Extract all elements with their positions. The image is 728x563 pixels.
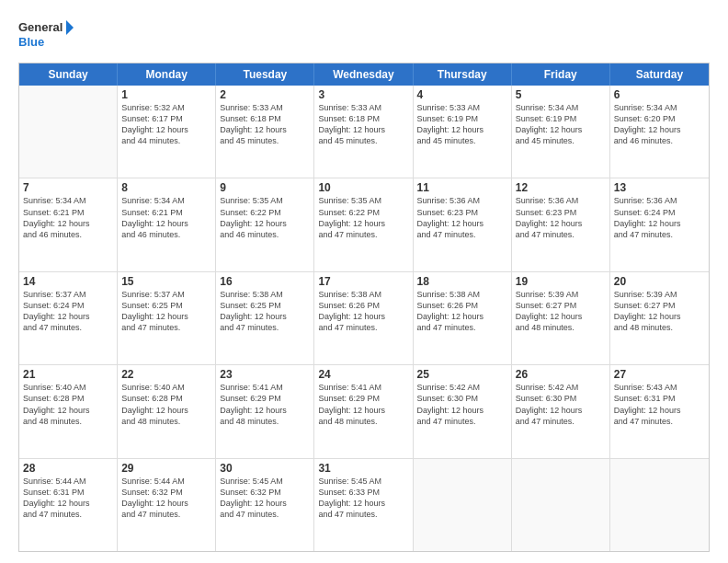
cell-daylight-info: Sunrise: 5:38 AM Sunset: 6:26 PM Dayligh… [318, 289, 408, 334]
calendar-cell: 28Sunrise: 5:44 AM Sunset: 6:31 PM Dayli… [19, 459, 118, 551]
calendar-cell: 17Sunrise: 5:38 AM Sunset: 6:26 PM Dayli… [314, 272, 413, 364]
cell-daylight-info: Sunrise: 5:43 AM Sunset: 6:31 PM Dayligh… [614, 382, 705, 427]
day-number: 16 [220, 275, 310, 288]
header: General Blue [18, 17, 710, 53]
weekday-header: Friday [512, 63, 610, 86]
logo: General Blue [18, 17, 74, 53]
day-number: 27 [614, 368, 705, 381]
day-number: 13 [614, 181, 705, 194]
calendar-cell: 15Sunrise: 5:37 AM Sunset: 6:25 PM Dayli… [118, 272, 216, 364]
calendar-week-row: 1Sunrise: 5:32 AM Sunset: 6:17 PM Daylig… [19, 86, 709, 178]
cell-daylight-info: Sunrise: 5:34 AM Sunset: 6:21 PM Dayligh… [23, 195, 113, 240]
calendar-cell: 9Sunrise: 5:35 AM Sunset: 6:22 PM Daylig… [216, 178, 314, 270]
cell-daylight-info: Sunrise: 5:33 AM Sunset: 6:18 PM Dayligh… [318, 102, 408, 147]
calendar-cell: 7Sunrise: 5:34 AM Sunset: 6:21 PM Daylig… [19, 178, 118, 270]
calendar-cell: 12Sunrise: 5:36 AM Sunset: 6:23 PM Dayli… [512, 178, 610, 270]
calendar-cell: 24Sunrise: 5:41 AM Sunset: 6:29 PM Dayli… [314, 365, 413, 457]
calendar-cell: 31Sunrise: 5:45 AM Sunset: 6:33 PM Dayli… [314, 459, 413, 551]
calendar-cell [19, 86, 118, 178]
calendar-cell: 18Sunrise: 5:38 AM Sunset: 6:26 PM Dayli… [414, 272, 512, 364]
calendar-cell: 20Sunrise: 5:39 AM Sunset: 6:27 PM Dayli… [610, 272, 709, 364]
calendar-cell: 11Sunrise: 5:36 AM Sunset: 6:23 PM Dayli… [414, 178, 512, 270]
day-number: 1 [121, 88, 211, 101]
weekday-header: Monday [118, 63, 216, 86]
cell-daylight-info: Sunrise: 5:35 AM Sunset: 6:22 PM Dayligh… [318, 195, 408, 240]
calendar-cell: 21Sunrise: 5:40 AM Sunset: 6:28 PM Dayli… [19, 365, 118, 457]
calendar-week-row: 7Sunrise: 5:34 AM Sunset: 6:21 PM Daylig… [19, 178, 709, 271]
calendar-cell: 26Sunrise: 5:42 AM Sunset: 6:30 PM Dayli… [512, 365, 610, 457]
calendar-week-row: 21Sunrise: 5:40 AM Sunset: 6:28 PM Dayli… [19, 365, 709, 458]
cell-daylight-info: Sunrise: 5:40 AM Sunset: 6:28 PM Dayligh… [23, 382, 113, 427]
day-number: 15 [121, 275, 211, 288]
day-number: 31 [318, 462, 408, 475]
calendar-cell: 10Sunrise: 5:35 AM Sunset: 6:22 PM Dayli… [314, 178, 413, 270]
cell-daylight-info: Sunrise: 5:40 AM Sunset: 6:28 PM Dayligh… [121, 382, 211, 427]
calendar-cell: 29Sunrise: 5:44 AM Sunset: 6:32 PM Dayli… [118, 459, 216, 551]
cell-daylight-info: Sunrise: 5:34 AM Sunset: 6:20 PM Dayligh… [614, 102, 705, 147]
day-number: 6 [614, 88, 705, 101]
calendar-week-row: 14Sunrise: 5:37 AM Sunset: 6:24 PM Dayli… [19, 272, 709, 365]
cell-daylight-info: Sunrise: 5:41 AM Sunset: 6:29 PM Dayligh… [220, 382, 310, 427]
calendar-week-row: 28Sunrise: 5:44 AM Sunset: 6:31 PM Dayli… [19, 459, 709, 551]
cell-daylight-info: Sunrise: 5:36 AM Sunset: 6:23 PM Dayligh… [417, 195, 507, 240]
svg-marker-1 [66, 20, 74, 35]
cell-daylight-info: Sunrise: 5:45 AM Sunset: 6:33 PM Dayligh… [318, 476, 408, 521]
day-number: 14 [23, 275, 113, 288]
day-number: 25 [417, 368, 507, 381]
cell-daylight-info: Sunrise: 5:45 AM Sunset: 6:32 PM Dayligh… [220, 476, 310, 521]
day-number: 18 [417, 275, 507, 288]
calendar-body: 1Sunrise: 5:32 AM Sunset: 6:17 PM Daylig… [19, 86, 709, 551]
day-number: 21 [23, 368, 113, 381]
cell-daylight-info: Sunrise: 5:41 AM Sunset: 6:29 PM Dayligh… [318, 382, 408, 427]
day-number: 11 [417, 181, 507, 194]
calendar-cell: 30Sunrise: 5:45 AM Sunset: 6:32 PM Dayli… [216, 459, 314, 551]
logo-svg: General Blue [18, 17, 74, 53]
calendar-cell: 1Sunrise: 5:32 AM Sunset: 6:17 PM Daylig… [118, 86, 216, 178]
day-number: 4 [417, 88, 507, 101]
calendar: SundayMondayTuesdayWednesdayThursdayFrid… [18, 63, 710, 552]
weekday-header: Thursday [414, 63, 512, 86]
cell-daylight-info: Sunrise: 5:34 AM Sunset: 6:21 PM Dayligh… [121, 195, 211, 240]
calendar-cell: 16Sunrise: 5:38 AM Sunset: 6:25 PM Dayli… [216, 272, 314, 364]
cell-daylight-info: Sunrise: 5:35 AM Sunset: 6:22 PM Dayligh… [220, 195, 310, 240]
cell-daylight-info: Sunrise: 5:37 AM Sunset: 6:25 PM Dayligh… [121, 289, 211, 334]
cell-daylight-info: Sunrise: 5:38 AM Sunset: 6:25 PM Dayligh… [220, 289, 310, 334]
cell-daylight-info: Sunrise: 5:38 AM Sunset: 6:26 PM Dayligh… [417, 289, 507, 334]
page: General Blue SundayMondayTuesdayWednesda… [0, 0, 728, 563]
calendar-cell: 19Sunrise: 5:39 AM Sunset: 6:27 PM Dayli… [512, 272, 610, 364]
cell-daylight-info: Sunrise: 5:39 AM Sunset: 6:27 PM Dayligh… [614, 289, 705, 334]
calendar-cell: 2Sunrise: 5:33 AM Sunset: 6:18 PM Daylig… [216, 86, 314, 178]
cell-daylight-info: Sunrise: 5:36 AM Sunset: 6:23 PM Dayligh… [516, 195, 606, 240]
day-number: 17 [318, 275, 408, 288]
cell-daylight-info: Sunrise: 5:33 AM Sunset: 6:18 PM Dayligh… [220, 102, 310, 147]
weekday-header: Sunday [19, 63, 118, 86]
weekday-header: Tuesday [216, 63, 314, 86]
calendar-cell: 6Sunrise: 5:34 AM Sunset: 6:20 PM Daylig… [610, 86, 709, 178]
cell-daylight-info: Sunrise: 5:32 AM Sunset: 6:17 PM Dayligh… [121, 102, 211, 147]
cell-daylight-info: Sunrise: 5:33 AM Sunset: 6:19 PM Dayligh… [417, 102, 507, 147]
day-number: 22 [121, 368, 211, 381]
weekday-header: Saturday [610, 63, 709, 86]
calendar-header-row: SundayMondayTuesdayWednesdayThursdayFrid… [19, 63, 709, 86]
day-number: 9 [220, 181, 310, 194]
cell-daylight-info: Sunrise: 5:42 AM Sunset: 6:30 PM Dayligh… [516, 382, 606, 427]
cell-daylight-info: Sunrise: 5:34 AM Sunset: 6:19 PM Dayligh… [516, 102, 606, 147]
day-number: 12 [516, 181, 606, 194]
day-number: 30 [220, 462, 310, 475]
cell-daylight-info: Sunrise: 5:44 AM Sunset: 6:31 PM Dayligh… [23, 476, 113, 521]
day-number: 23 [220, 368, 310, 381]
day-number: 29 [121, 462, 211, 475]
calendar-cell [512, 459, 610, 551]
cell-daylight-info: Sunrise: 5:44 AM Sunset: 6:32 PM Dayligh… [121, 476, 211, 521]
cell-daylight-info: Sunrise: 5:36 AM Sunset: 6:24 PM Dayligh… [614, 195, 705, 240]
calendar-cell: 27Sunrise: 5:43 AM Sunset: 6:31 PM Dayli… [610, 365, 709, 457]
calendar-cell: 3Sunrise: 5:33 AM Sunset: 6:18 PM Daylig… [314, 86, 413, 178]
calendar-cell: 22Sunrise: 5:40 AM Sunset: 6:28 PM Dayli… [118, 365, 216, 457]
calendar-cell [610, 459, 709, 551]
day-number: 20 [614, 275, 705, 288]
calendar-cell [414, 459, 512, 551]
day-number: 8 [121, 181, 211, 194]
day-number: 2 [220, 88, 310, 101]
calendar-cell: 14Sunrise: 5:37 AM Sunset: 6:24 PM Dayli… [19, 272, 118, 364]
day-number: 10 [318, 181, 408, 194]
